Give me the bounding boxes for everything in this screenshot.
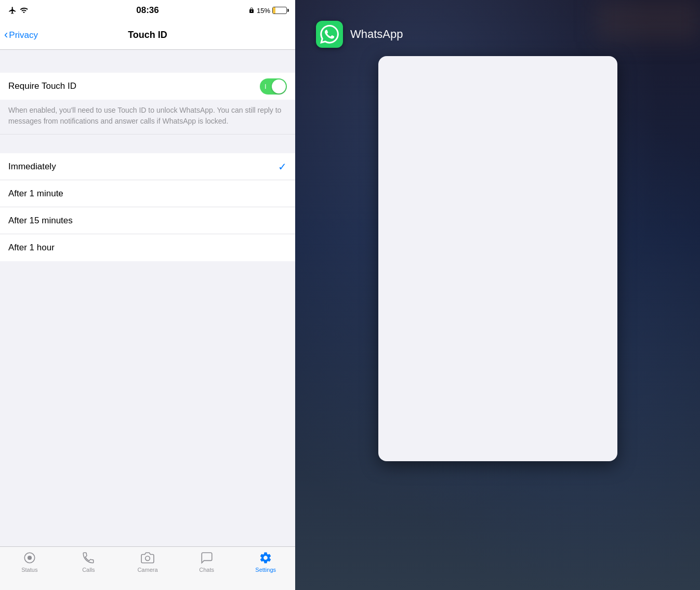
description-text: When enabled, you'll need to use Touch I… xyxy=(8,105,287,127)
whatsapp-logo xyxy=(320,25,339,44)
tab-chats-label: Chats xyxy=(199,567,214,573)
status-right: 15% xyxy=(248,7,287,15)
require-touchid-row[interactable]: Require Touch ID I xyxy=(0,73,295,100)
chevron-left-icon: ‹ xyxy=(4,28,8,42)
tab-bar: Status Calls Camera Chats xyxy=(0,546,295,590)
tab-settings[interactable]: Settings xyxy=(236,551,295,573)
status-icon xyxy=(23,551,36,565)
section-gap-1 xyxy=(0,135,295,153)
back-button[interactable]: ‹ Privacy xyxy=(4,29,38,42)
airplane-icon xyxy=(8,6,17,15)
15min-label: After 15 minutes xyxy=(8,216,73,226)
lock-option-1min[interactable]: After 1 minute xyxy=(0,180,295,207)
app-screenshot-card[interactable] xyxy=(378,56,617,461)
require-touchid-group: Require Touch ID I xyxy=(0,73,295,100)
tab-camera-label: Camera xyxy=(137,567,157,573)
battery-percent: 15% xyxy=(257,7,270,15)
calls-icon xyxy=(82,551,95,565)
whatsapp-icon xyxy=(316,21,343,48)
left-panel: 08:36 15% ‹ Privacy Touch ID Require Tou… xyxy=(0,0,295,590)
lock-option-15min[interactable]: After 15 minutes xyxy=(0,207,295,234)
toggle-text: I xyxy=(265,83,267,90)
immediately-label: Immediately xyxy=(8,162,56,172)
tab-status[interactable]: Status xyxy=(0,551,59,573)
app-card-container: WhatsApp xyxy=(295,21,700,461)
svg-point-2 xyxy=(146,556,150,561)
section-header-top xyxy=(0,50,295,73)
back-label: Privacy xyxy=(9,30,38,41)
tab-status-label: Status xyxy=(21,567,37,573)
bottom-gap xyxy=(0,261,295,365)
settings-content: Require Touch ID I When enabled, you'll … xyxy=(0,50,295,546)
right-panel: WhatsApp xyxy=(295,0,700,590)
wifi-icon xyxy=(20,6,28,15)
lock-options-group: Immediately ✓ After 1 minute After 15 mi… xyxy=(0,153,295,261)
app-header-row: WhatsApp xyxy=(295,21,700,48)
lock-option-immediately[interactable]: Immediately ✓ xyxy=(0,153,295,180)
tab-chats[interactable]: Chats xyxy=(177,551,236,573)
1min-label: After 1 minute xyxy=(8,189,63,199)
lock-icon xyxy=(248,7,255,14)
battery-icon xyxy=(272,7,287,14)
status-left xyxy=(8,6,28,15)
nav-bar: ‹ Privacy Touch ID xyxy=(0,21,295,50)
app-name: WhatsApp xyxy=(350,28,403,41)
camera-icon xyxy=(141,551,154,565)
chats-icon xyxy=(200,551,214,565)
require-touchid-toggle[interactable]: I xyxy=(260,78,287,95)
lock-option-1hour[interactable]: After 1 hour xyxy=(0,234,295,261)
immediately-checkmark: ✓ xyxy=(278,160,287,173)
svg-point-1 xyxy=(28,556,32,560)
page-title: Touch ID xyxy=(128,30,167,41)
tab-settings-label: Settings xyxy=(255,567,276,573)
1hour-label: After 1 hour xyxy=(8,243,55,253)
tab-calls-label: Calls xyxy=(82,567,95,573)
description-row: When enabled, you'll need to use Touch I… xyxy=(0,100,295,135)
toggle-knob xyxy=(272,79,286,93)
status-bar: 08:36 15% xyxy=(0,0,295,21)
status-time: 08:36 xyxy=(136,5,159,16)
settings-icon xyxy=(259,551,272,565)
require-touchid-label: Require Touch ID xyxy=(8,81,76,91)
tab-camera[interactable]: Camera xyxy=(118,551,177,573)
tab-calls[interactable]: Calls xyxy=(59,551,118,573)
